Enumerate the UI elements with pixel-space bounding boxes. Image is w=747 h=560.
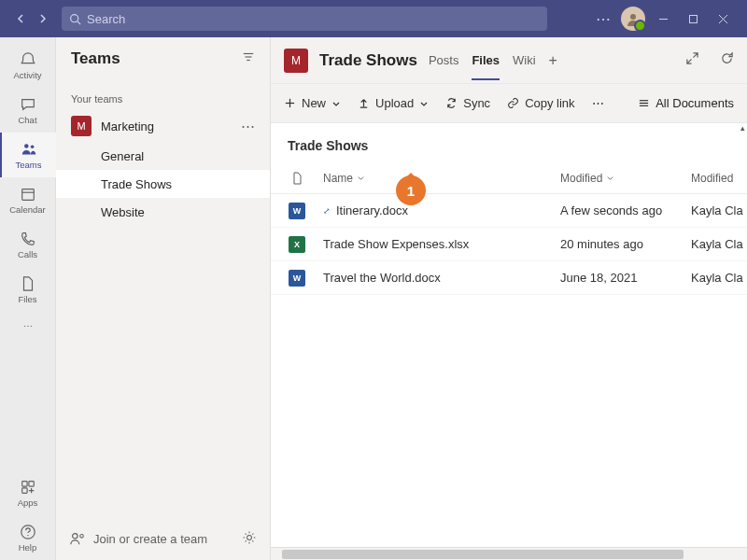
search-icon: [69, 13, 81, 25]
channel-general[interactable]: General: [56, 142, 270, 170]
avatar[interactable]: [618, 4, 648, 34]
scroll-up-icon[interactable]: ▴: [738, 123, 747, 133]
upload-button[interactable]: Upload: [358, 96, 429, 110]
svg-point-0: [71, 14, 78, 21]
rail-calls[interactable]: Calls: [0, 222, 56, 267]
copylink-label: Copy link: [525, 96, 574, 110]
col-by-label: Modified: [691, 172, 733, 185]
col-mod-label: Modified: [560, 172, 602, 185]
svg-line-1: [78, 21, 80, 23]
rail-activity[interactable]: Activity: [0, 43, 56, 88]
filter-icon[interactable]: [242, 49, 255, 68]
file-row[interactable]: X Trade Show Expenses.xlsx 20 minutes ag…: [271, 228, 747, 261]
add-tab-button[interactable]: +: [549, 52, 557, 69]
rail-files-label: Files: [18, 294, 36, 304]
svg-rect-4: [689, 15, 697, 22]
svg-rect-9: [21, 189, 34, 200]
team-row-marketing[interactable]: M Marketing ⋯: [56, 110, 270, 142]
upload-label: Upload: [375, 96, 414, 110]
refresh-icon[interactable]: [720, 51, 734, 69]
sync-button[interactable]: Sync: [445, 96, 490, 110]
chevron-down-icon: [331, 99, 341, 108]
nav-forward-button[interactable]: [34, 9, 52, 28]
rail-apps[interactable]: Apps: [0, 470, 56, 515]
col-modified-by[interactable]: Modified: [691, 172, 747, 185]
svg-point-7: [24, 144, 29, 148]
all-documents-view[interactable]: All Documents: [638, 96, 734, 110]
teams-panel: Teams Your teams M Marketing ⋯ General T…: [56, 37, 271, 560]
expand-icon[interactable]: [685, 51, 699, 69]
nav-back-button[interactable]: [11, 9, 30, 28]
main-area: M Trade Shows Posts Files Wiki + New Upl…: [271, 37, 747, 560]
channel-label: Trade Shows: [101, 177, 172, 191]
scrollbar-thumb[interactable]: [282, 550, 684, 559]
people-add-icon: [69, 530, 86, 547]
more-icon[interactable]: ⋯: [588, 4, 618, 34]
search-input[interactable]: Search: [62, 7, 547, 31]
tab-wiki[interactable]: Wiki: [513, 40, 536, 80]
svg-point-20: [80, 535, 84, 539]
team-icon: M: [71, 116, 92, 136]
new-button[interactable]: New: [284, 96, 341, 110]
rail-activity-label: Activity: [13, 70, 41, 80]
file-name: Trade Show Expenses.xlsx: [323, 237, 469, 251]
word-icon: W: [289, 270, 305, 287]
channel-website[interactable]: Website: [56, 198, 270, 226]
svg-point-8: [30, 145, 34, 148]
rail-calendar[interactable]: Calendar: [0, 177, 56, 222]
col-name-label: Name: [323, 172, 353, 185]
alldocs-label: All Documents: [655, 96, 734, 110]
file-icon: [290, 172, 303, 185]
search-placeholder: Search: [87, 12, 125, 26]
channel-title: Trade Shows: [319, 51, 417, 70]
file-row[interactable]: W ⤢Itinerary.docx A few seconds ago Kayl…: [271, 194, 747, 228]
close-button[interactable]: [708, 4, 738, 34]
file-area: ▴ Trade Shows Name Modified Modified W ⤢…: [271, 123, 747, 547]
rail-teams[interactable]: Teams: [0, 133, 56, 177]
svg-point-15: [27, 534, 28, 535]
file-by: Kayla Cla: [691, 271, 747, 285]
sync-label: Sync: [463, 96, 490, 110]
app-rail: Activity Chat Teams Calendar Calls Files…: [0, 37, 56, 560]
rail-help[interactable]: Help: [0, 515, 56, 560]
svg-rect-11: [21, 481, 26, 485]
settings-icon[interactable]: [242, 530, 257, 548]
svg-point-2: [630, 14, 636, 20]
maximize-button[interactable]: [678, 4, 708, 34]
chevron-down-icon: [357, 174, 365, 182]
new-indicator-icon: ⤢: [323, 206, 331, 216]
chevron-down-icon: [606, 174, 614, 182]
file-modified: June 18, 2021: [560, 271, 691, 285]
rail-help-label: Help: [19, 542, 37, 553]
horizontal-scrollbar[interactable]: [271, 547, 747, 560]
rail-calendar-label: Calendar: [9, 204, 46, 215]
team-more-icon[interactable]: ⋯: [241, 118, 255, 134]
minimize-button[interactable]: [648, 4, 678, 34]
titlebar: Search ⋯: [0, 0, 747, 37]
rail-more[interactable]: ⋯: [0, 312, 56, 340]
new-label: New: [302, 96, 326, 110]
more-commands[interactable]: ⋯: [592, 96, 604, 110]
command-bar: New Upload Sync Copy link ⋯ All Document…: [271, 84, 747, 123]
callout-badge: 1: [396, 175, 426, 205]
tab-posts[interactable]: Posts: [429, 40, 459, 80]
file-by: Kayla Cla: [691, 237, 747, 251]
channel-icon: M: [284, 49, 308, 73]
file-name: Itinerary.docx: [336, 203, 408, 217]
rail-chat[interactable]: Chat: [0, 88, 56, 133]
chevron-down-icon: [419, 99, 429, 108]
breadcrumb[interactable]: Trade Shows: [271, 123, 747, 162]
channel-trade-shows[interactable]: Trade Shows: [56, 170, 270, 198]
svg-rect-12: [28, 481, 33, 485]
column-headers: Name Modified Modified: [271, 162, 747, 194]
file-row[interactable]: W Travel the World.docx June 18, 2021 Ka…: [271, 261, 747, 295]
word-icon: W: [289, 203, 305, 219]
file-by: Kayla Cla: [691, 203, 747, 217]
col-modified[interactable]: Modified: [560, 172, 691, 185]
tab-files[interactable]: Files: [472, 40, 500, 80]
col-name[interactable]: Name: [323, 172, 560, 185]
join-create-team[interactable]: Join or create a team: [69, 530, 207, 547]
rail-files[interactable]: Files: [0, 267, 56, 312]
copy-link-button[interactable]: Copy link: [507, 96, 574, 110]
file-name: Travel the World.docx: [323, 271, 441, 285]
